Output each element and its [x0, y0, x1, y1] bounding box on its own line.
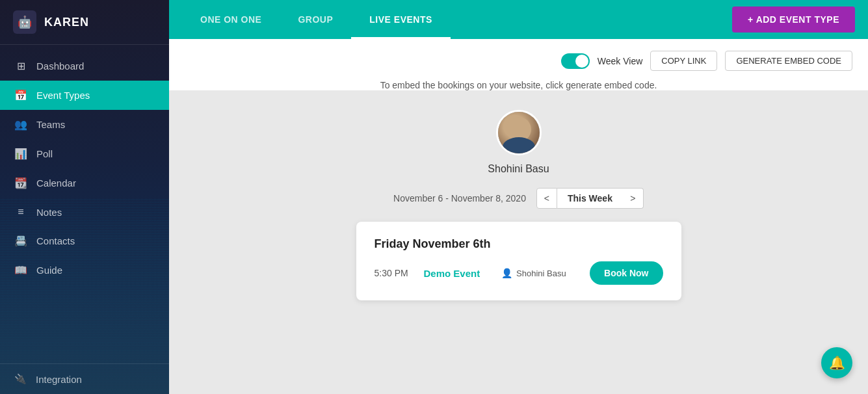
sidebar: 🤖 KAREN ⊞ Dashboard 📅 Event Types 👥 Team… — [0, 0, 169, 394]
sidebar-item-poll-label: Poll — [36, 148, 53, 159]
app-title: KAREN — [44, 16, 89, 29]
week-view-controls: Week View COPY LINK GENERATE EMBED CODE — [169, 39, 868, 75]
tab-group[interactable]: GROUP — [280, 0, 351, 39]
sidebar-item-dashboard-label: Dashboard — [36, 60, 84, 72]
avatar-image — [498, 112, 540, 153]
avatar — [496, 110, 542, 155]
sidebar-item-contacts-label: Contacts — [36, 235, 75, 246]
calendar-embed-area: Shohini Basu November 6 - November 8, 20… — [169, 90, 868, 394]
this-week-button[interactable]: This Week — [557, 188, 623, 209]
calendar-icon: 📆 — [14, 177, 27, 189]
tabs-bar: ONE ON ONE GROUP LIVE EVENTS + ADD EVENT… — [169, 0, 868, 39]
sidebar-item-event-types-label: Event Types — [36, 90, 90, 101]
content-area: Week View COPY LINK GENERATE EMBED CODE … — [169, 39, 868, 394]
dashboard-icon: ⊞ — [14, 60, 27, 72]
guide-icon: 📖 — [14, 264, 27, 276]
sidebar-item-calendar[interactable]: 📆 Calendar — [0, 168, 169, 198]
teams-icon: 👥 — [14, 118, 27, 131]
book-now-button[interactable]: Book Now — [590, 261, 663, 285]
main-content: ONE ON ONE GROUP LIVE EVENTS + ADD EVENT… — [169, 0, 868, 394]
sidebar-item-integration[interactable]: 🔌 Integration — [0, 363, 169, 394]
notes-icon: ≡ — [14, 206, 27, 218]
sidebar-item-guide[interactable]: 📖 Guide — [0, 256, 169, 285]
week-view-label: Week View — [598, 56, 643, 66]
notification-fab[interactable]: 🔔 — [821, 347, 852, 378]
sidebar-item-notes-label: Notes — [36, 207, 62, 218]
sidebar-item-calendar-label: Calendar — [36, 177, 76, 189]
event-row: 5:30 PM Demo Event 👤 Shohini Basu Book N… — [375, 261, 663, 285]
event-host: 👤 Shohini Basu — [501, 268, 579, 278]
integration-icon: 🔌 — [14, 373, 27, 385]
event-card: Friday November 6th 5:30 PM Demo Event 👤… — [356, 222, 681, 300]
sidebar-footer-label: Integration — [36, 374, 82, 385]
sidebar-item-teams[interactable]: 👥 Teams — [0, 110, 169, 139]
app-logo: 🤖 — [13, 10, 36, 34]
event-time: 5:30 PM — [375, 268, 414, 278]
tab-one-on-one[interactable]: ONE ON ONE — [182, 0, 280, 39]
person-icon: 👤 — [501, 268, 512, 278]
prev-week-button[interactable]: < — [536, 188, 557, 209]
sidebar-nav: ⊞ Dashboard 📅 Event Types 👥 Teams 📊 Poll… — [0, 45, 169, 363]
contacts-icon: 📇 — [14, 235, 27, 247]
sidebar-item-guide-label: Guide — [36, 265, 62, 276]
week-view-toggle[interactable] — [561, 53, 590, 69]
sidebar-item-dashboard[interactable]: ⊞ Dashboard — [0, 51, 169, 81]
week-range-text: November 6 - November 8, 2020 — [393, 193, 526, 204]
profile-name: Shohini Basu — [488, 163, 549, 175]
sidebar-item-contacts[interactable]: 📇 Contacts — [0, 226, 169, 256]
bell-icon: 🔔 — [829, 355, 845, 371]
week-navigation: November 6 - November 8, 2020 < This Wee… — [393, 188, 644, 209]
event-name[interactable]: Demo Event — [424, 268, 492, 279]
sidebar-item-notes[interactable]: ≡ Notes — [0, 198, 169, 226]
sidebar-item-poll[interactable]: 📊 Poll — [0, 139, 169, 168]
sidebar-header: 🤖 KAREN — [0, 0, 169, 45]
event-date-header: Friday November 6th — [375, 237, 663, 251]
add-event-type-button[interactable]: + ADD EVENT TYPE — [732, 7, 855, 33]
embed-hint-text: To embed the bookings on your website, c… — [169, 75, 868, 90]
generate-embed-button[interactable]: GENERATE EMBED CODE — [725, 51, 852, 71]
next-week-button[interactable]: > — [623, 188, 644, 209]
poll-icon: 📊 — [14, 148, 27, 160]
tab-live-events[interactable]: LIVE EVENTS — [351, 0, 451, 39]
toggle-knob — [575, 55, 588, 68]
sidebar-item-event-types[interactable]: 📅 Event Types — [0, 81, 169, 110]
event-types-icon: 📅 — [14, 89, 27, 101]
sidebar-item-teams-label: Teams — [36, 119, 65, 130]
event-host-name: Shohini Basu — [516, 269, 566, 278]
copy-link-button[interactable]: COPY LINK — [650, 51, 717, 71]
